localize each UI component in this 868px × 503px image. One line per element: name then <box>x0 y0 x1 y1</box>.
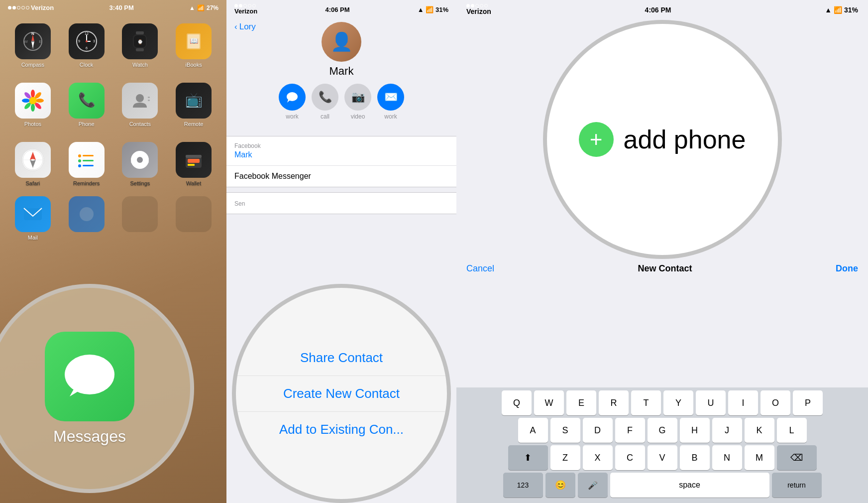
key-shift[interactable]: ⬆ <box>508 445 548 470</box>
key-emoji[interactable]: 😊 <box>545 473 575 498</box>
key-h[interactable]: H <box>680 418 710 443</box>
key-123[interactable]: 123 <box>503 473 543 498</box>
contact-info-section: Facebook Mark Facebook Messenger <box>226 136 456 187</box>
messenger-label: Facebook Messenger <box>234 172 448 181</box>
status-bar-3: Verizon 4:06 PM ▲ 📶 31% <box>456 0 868 17</box>
key-g[interactable]: G <box>648 418 677 443</box>
app-mail[interactable]: Mail <box>10 196 56 241</box>
svg-rect-37 <box>148 97 150 98</box>
phone-icon-img: 📞 <box>69 83 105 119</box>
app-contacts[interactable]: Contacts <box>117 83 163 127</box>
app-grid-row2: Photos 📞 Phone Contacts <box>0 73 226 132</box>
panel3-new-contact: Verizon 4:06 PM ▲ 📶 31% Cancel New Conta… <box>456 0 868 503</box>
app-photos[interactable]: Photos <box>10 83 56 127</box>
app-reminders[interactable]: Reminders <box>64 142 109 186</box>
key-v[interactable]: V <box>648 445 677 470</box>
key-y[interactable]: Y <box>663 390 693 415</box>
compass-label: Compass <box>21 62 44 68</box>
mag3-add-phone-text: add phone <box>624 125 746 154</box>
messages-app-icon[interactable] <box>45 332 134 421</box>
key-q[interactable]: Q <box>502 390 532 415</box>
app-clock[interactable]: 12 6 9 3 Clock <box>64 23 109 68</box>
svg-text:📞: 📞 <box>78 92 95 108</box>
facebook-value[interactable]: Mark <box>234 150 448 159</box>
key-d[interactable]: D <box>583 418 613 443</box>
key-r[interactable]: R <box>599 390 629 415</box>
message-circle <box>279 84 306 111</box>
p3-s2 <box>471 4 474 7</box>
s2 <box>239 4 242 7</box>
status-left-2: Verizon <box>234 4 257 15</box>
svg-point-26 <box>31 90 35 98</box>
back-button[interactable]: ‹ Lory <box>234 22 256 32</box>
svg-point-29 <box>36 99 44 103</box>
key-l[interactable]: L <box>777 418 807 443</box>
add-existing-contact-item[interactable]: Add to Existing Con... <box>236 412 447 447</box>
key-u[interactable]: U <box>696 390 726 415</box>
p3-s5 <box>484 4 488 7</box>
key-return[interactable]: return <box>772 473 822 498</box>
app-watch[interactable]: ⌚ Watch <box>117 23 163 68</box>
share-contact-item[interactable]: Share Contact <box>236 340 447 376</box>
battery-2: 31% <box>435 6 448 13</box>
app-remote[interactable]: 📺 Remote <box>171 83 217 127</box>
settings-icon-img <box>122 142 158 178</box>
app-safari[interactable]: Safari <box>10 142 56 186</box>
signal-dot-3 <box>17 6 20 9</box>
wifi-icon-2: 📶 <box>426 6 434 13</box>
key-i[interactable]: I <box>728 390 758 415</box>
svg-point-61 <box>65 355 114 394</box>
svg-text:3: 3 <box>93 39 95 43</box>
key-z[interactable]: Z <box>550 445 580 470</box>
key-mic[interactable]: 🎤 <box>578 473 608 498</box>
app-phone[interactable]: 📞 Phone <box>64 83 109 127</box>
app-ibooks[interactable]: 📖 iBooks <box>171 23 217 68</box>
key-n[interactable]: N <box>712 445 742 470</box>
action-message[interactable]: work <box>279 84 306 120</box>
key-x[interactable]: X <box>583 445 613 470</box>
wifi-icon: 📶 <box>197 4 205 11</box>
action-mail[interactable]: ✉️ work <box>377 84 404 120</box>
key-a[interactable]: A <box>518 418 548 443</box>
key-t[interactable]: T <box>631 390 661 415</box>
done-button[interactable]: Done <box>836 263 858 274</box>
s3 <box>243 4 247 7</box>
safari-label: Safari <box>26 180 40 186</box>
key-j[interactable]: J <box>712 418 742 443</box>
app-settings[interactable]: Settings <box>117 142 163 186</box>
cancel-button[interactable]: Cancel <box>466 263 494 274</box>
mag3-plus-button[interactable]: + <box>579 122 614 157</box>
key-s[interactable]: S <box>550 418 580 443</box>
key-space[interactable]: space <box>610 473 769 498</box>
back-label: Lory <box>239 22 256 32</box>
svg-point-46 <box>78 154 81 157</box>
status-right-2: ▲ 📶 31% <box>418 6 448 13</box>
key-k[interactable]: K <box>745 418 774 443</box>
key-delete[interactable]: ⌫ <box>777 445 817 470</box>
key-b[interactable]: B <box>680 445 710 470</box>
svg-text:W: W <box>24 39 28 44</box>
add-phone-magnifier: + add phone <box>543 20 782 259</box>
svg-text:⌚: ⌚ <box>137 39 143 45</box>
create-new-contact-item[interactable]: Create New Contact <box>236 376 447 412</box>
key-o[interactable]: O <box>760 390 790 415</box>
app-compass[interactable]: N S W E Compass <box>10 23 56 68</box>
signal-dot-4 <box>21 6 25 9</box>
key-e[interactable]: E <box>566 390 596 415</box>
action-video[interactable]: 📷 video <box>344 84 371 120</box>
mail-circle: ✉️ <box>377 84 404 111</box>
wifi-icon-3: 📶 <box>834 6 842 14</box>
app-grid-row4: Mail <box>0 191 226 246</box>
contacts-label: Contacts <box>129 121 151 127</box>
signal-dot-1 <box>8 6 11 9</box>
app-wallet[interactable]: Wallet <box>171 142 217 186</box>
action-call[interactable]: 📞 call <box>312 84 338 120</box>
key-f[interactable]: F <box>615 418 645 443</box>
key-w[interactable]: W <box>534 390 564 415</box>
svg-rect-17 <box>136 31 144 34</box>
mail-icon-img <box>15 196 51 232</box>
key-m[interactable]: M <box>745 445 774 470</box>
key-p[interactable]: P <box>793 390 823 415</box>
action-buttons: work 📞 call 📷 video ✉️ work <box>279 84 404 120</box>
key-c[interactable]: C <box>615 445 645 470</box>
